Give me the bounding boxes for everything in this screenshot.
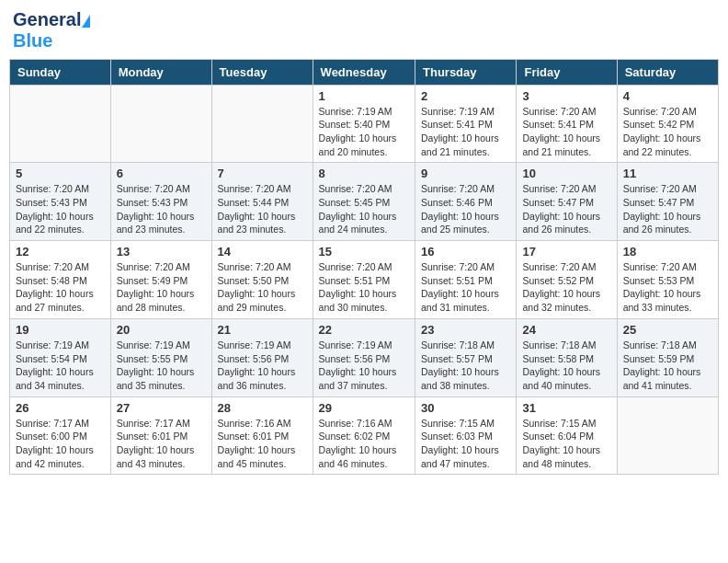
- day-cell: 25Sunrise: 7:18 AMSunset: 5:59 PMDayligh…: [617, 318, 718, 396]
- page-header: General Blue: [9, 9, 719, 52]
- week-row-2: 5Sunrise: 7:20 AMSunset: 5:43 PMDaylight…: [10, 163, 719, 241]
- day-cell: 11Sunrise: 7:20 AMSunset: 5:47 PMDayligh…: [617, 163, 718, 241]
- header-sunday: Sunday: [10, 59, 111, 85]
- week-row-4: 19Sunrise: 7:19 AMSunset: 5:54 PMDayligh…: [10, 318, 719, 396]
- day-info: Sunrise: 7:18 AMSunset: 5:57 PMDaylight:…: [421, 339, 510, 393]
- day-cell: 9Sunrise: 7:20 AMSunset: 5:46 PMDaylight…: [415, 163, 517, 241]
- day-cell: 4Sunrise: 7:20 AMSunset: 5:42 PMDaylight…: [617, 85, 718, 163]
- day-number: 14: [218, 245, 307, 259]
- day-cell: 24Sunrise: 7:18 AMSunset: 5:58 PMDayligh…: [517, 318, 617, 396]
- logo-general: General: [13, 9, 81, 29]
- day-number: 29: [319, 401, 409, 415]
- day-cell: 8Sunrise: 7:20 AMSunset: 5:45 PMDaylight…: [313, 163, 415, 241]
- day-cell: 28Sunrise: 7:16 AMSunset: 6:01 PMDayligh…: [211, 396, 313, 475]
- day-info: Sunrise: 7:18 AMSunset: 5:59 PMDaylight:…: [623, 339, 712, 393]
- day-number: 16: [421, 245, 510, 259]
- day-info: Sunrise: 7:16 AMSunset: 6:01 PMDaylight:…: [218, 417, 307, 471]
- day-number: 10: [522, 167, 610, 180]
- day-info: Sunrise: 7:19 AMSunset: 5:55 PMDaylight:…: [117, 339, 206, 393]
- day-number: 6: [117, 167, 206, 180]
- day-cell: 29Sunrise: 7:16 AMSunset: 6:02 PMDayligh…: [313, 396, 415, 475]
- day-number: 1: [319, 89, 409, 103]
- day-number: 30: [421, 401, 510, 415]
- day-info: Sunrise: 7:20 AMSunset: 5:48 PMDaylight:…: [16, 260, 105, 315]
- day-number: 31: [522, 401, 610, 415]
- week-row-5: 26Sunrise: 7:17 AMSunset: 6:00 PMDayligh…: [10, 396, 719, 475]
- week-row-1: 1Sunrise: 7:19 AMSunset: 5:40 PMDaylight…: [10, 85, 719, 163]
- day-cell: 10Sunrise: 7:20 AMSunset: 5:47 PMDayligh…: [517, 163, 617, 241]
- header-saturday: Saturday: [617, 59, 718, 85]
- day-cell: [617, 396, 718, 475]
- day-number: 15: [319, 245, 409, 259]
- day-info: Sunrise: 7:19 AMSunset: 5:41 PMDaylight:…: [421, 105, 510, 159]
- day-cell: 22Sunrise: 7:19 AMSunset: 5:56 PMDayligh…: [313, 318, 415, 396]
- day-info: Sunrise: 7:15 AMSunset: 6:03 PMDaylight:…: [421, 417, 510, 471]
- day-info: Sunrise: 7:20 AMSunset: 5:46 PMDaylight:…: [421, 182, 510, 236]
- day-cell: 20Sunrise: 7:19 AMSunset: 5:55 PMDayligh…: [110, 318, 211, 396]
- day-number: 27: [117, 401, 206, 415]
- day-cell: 16Sunrise: 7:20 AMSunset: 5:51 PMDayligh…: [415, 241, 517, 319]
- day-info: Sunrise: 7:16 AMSunset: 6:02 PMDaylight:…: [319, 417, 409, 471]
- day-info: Sunrise: 7:20 AMSunset: 5:51 PMDaylight:…: [421, 260, 510, 315]
- day-number: 17: [522, 245, 610, 259]
- day-cell: 7Sunrise: 7:20 AMSunset: 5:44 PMDaylight…: [211, 163, 313, 241]
- header-tuesday: Tuesday: [211, 59, 313, 85]
- calendar-table: SundayMondayTuesdayWednesdayThursdayFrid…: [9, 59, 719, 476]
- day-info: Sunrise: 7:20 AMSunset: 5:47 PMDaylight:…: [623, 182, 712, 236]
- day-number: 23: [421, 323, 510, 337]
- day-number: 28: [218, 401, 307, 415]
- day-info: Sunrise: 7:19 AMSunset: 5:54 PMDaylight:…: [16, 339, 105, 393]
- day-number: 13: [117, 245, 206, 259]
- day-number: 24: [522, 323, 610, 337]
- day-cell: 6Sunrise: 7:20 AMSunset: 5:43 PMDaylight…: [110, 163, 211, 241]
- day-info: Sunrise: 7:20 AMSunset: 5:42 PMDaylight:…: [623, 105, 712, 159]
- day-cell: [110, 85, 211, 163]
- day-number: 25: [623, 323, 712, 337]
- day-number: 5: [16, 167, 105, 180]
- day-cell: 13Sunrise: 7:20 AMSunset: 5:49 PMDayligh…: [110, 241, 211, 319]
- day-cell: [211, 85, 313, 163]
- header-wednesday: Wednesday: [313, 59, 415, 85]
- day-number: 8: [319, 167, 409, 180]
- day-info: Sunrise: 7:20 AMSunset: 5:51 PMDaylight:…: [319, 260, 409, 315]
- logo-blue: Blue: [13, 30, 52, 51]
- day-number: 4: [623, 89, 712, 103]
- day-cell: 5Sunrise: 7:20 AMSunset: 5:43 PMDaylight…: [10, 163, 111, 241]
- day-info: Sunrise: 7:17 AMSunset: 6:00 PMDaylight:…: [16, 417, 105, 471]
- day-cell: 18Sunrise: 7:20 AMSunset: 5:53 PMDayligh…: [617, 241, 718, 319]
- day-number: 21: [218, 323, 307, 337]
- day-cell: 3Sunrise: 7:20 AMSunset: 5:41 PMDaylight…: [517, 85, 617, 163]
- day-number: 2: [421, 89, 510, 103]
- day-info: Sunrise: 7:15 AMSunset: 6:04 PMDaylight:…: [522, 417, 610, 471]
- day-cell: 21Sunrise: 7:19 AMSunset: 5:56 PMDayligh…: [211, 318, 313, 396]
- day-info: Sunrise: 7:20 AMSunset: 5:41 PMDaylight:…: [522, 105, 610, 159]
- day-number: 11: [623, 167, 712, 180]
- day-info: Sunrise: 7:20 AMSunset: 5:43 PMDaylight:…: [16, 182, 105, 236]
- day-cell: 1Sunrise: 7:19 AMSunset: 5:40 PMDaylight…: [313, 85, 415, 163]
- day-info: Sunrise: 7:19 AMSunset: 5:56 PMDaylight:…: [319, 339, 409, 393]
- day-info: Sunrise: 7:20 AMSunset: 5:52 PMDaylight:…: [522, 260, 610, 315]
- day-number: 26: [16, 401, 105, 415]
- day-info: Sunrise: 7:20 AMSunset: 5:53 PMDaylight:…: [623, 260, 712, 315]
- day-number: 9: [421, 167, 510, 180]
- day-cell: 19Sunrise: 7:19 AMSunset: 5:54 PMDayligh…: [10, 318, 111, 396]
- day-cell: 27Sunrise: 7:17 AMSunset: 6:01 PMDayligh…: [110, 396, 211, 475]
- day-cell: 17Sunrise: 7:20 AMSunset: 5:52 PMDayligh…: [517, 241, 617, 319]
- day-cell: 26Sunrise: 7:17 AMSunset: 6:00 PMDayligh…: [10, 396, 111, 475]
- day-info: Sunrise: 7:18 AMSunset: 5:58 PMDaylight:…: [522, 339, 610, 393]
- header-monday: Monday: [110, 59, 211, 85]
- day-info: Sunrise: 7:20 AMSunset: 5:49 PMDaylight:…: [117, 260, 206, 315]
- day-number: 7: [218, 167, 307, 180]
- calendar-header-row: SundayMondayTuesdayWednesdayThursdayFrid…: [10, 59, 719, 85]
- logo: General Blue: [13, 9, 90, 52]
- day-info: Sunrise: 7:20 AMSunset: 5:43 PMDaylight:…: [117, 182, 206, 236]
- day-cell: 14Sunrise: 7:20 AMSunset: 5:50 PMDayligh…: [211, 241, 313, 319]
- week-row-3: 12Sunrise: 7:20 AMSunset: 5:48 PMDayligh…: [10, 241, 719, 319]
- day-cell: [10, 85, 111, 163]
- day-cell: 2Sunrise: 7:19 AMSunset: 5:41 PMDaylight…: [415, 85, 517, 163]
- day-cell: 15Sunrise: 7:20 AMSunset: 5:51 PMDayligh…: [313, 241, 415, 319]
- day-number: 12: [16, 245, 105, 259]
- day-cell: 30Sunrise: 7:15 AMSunset: 6:03 PMDayligh…: [415, 396, 517, 475]
- day-info: Sunrise: 7:20 AMSunset: 5:50 PMDaylight:…: [218, 260, 307, 315]
- day-number: 3: [522, 89, 610, 103]
